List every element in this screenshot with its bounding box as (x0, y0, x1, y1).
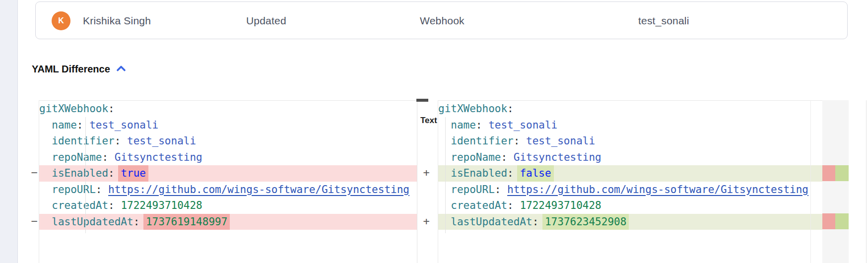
yaml-key: identifier (438, 135, 514, 147)
yaml-line: repoName: Gitsynctesting (39, 149, 417, 166)
editor-content-border (810, 100, 811, 263)
splitter-handle[interactable] (416, 99, 428, 102)
avatar: K (52, 11, 70, 30)
yaml-value: test_sonali (89, 119, 158, 131)
yaml-value: test_sonali (526, 135, 595, 147)
removed-line-marker: − (29, 213, 40, 230)
yaml-key: lastUpdatedAt (438, 216, 533, 228)
collapse-toggle-button[interactable] (115, 64, 127, 74)
yaml-line: repoName: Gitsynctesting (438, 149, 822, 166)
yaml-key: gitXWebhook (438, 103, 507, 115)
yaml-diff-editor: − − gitXWebhook: name: test_sonali ident… (0, 100, 868, 263)
editor-right-border (866, 100, 867, 263)
overview-added-mark (835, 165, 849, 181)
added-line-marker: + (421, 165, 432, 181)
section-title: YAML Difference (32, 64, 110, 75)
audit-user-name: Krishika Singh (83, 2, 151, 40)
audit-resource-type: Webhook (420, 2, 465, 40)
yaml-key: createdAt (39, 199, 108, 211)
diff-pane-modified[interactable]: gitXWebhook: name: test_sonali identifie… (438, 100, 822, 263)
yaml-key: repoName (438, 151, 501, 163)
yaml-key: repoName (39, 151, 102, 163)
yaml-difference-header: YAML Difference (32, 64, 127, 75)
overview-removed-mark (822, 165, 835, 181)
yaml-line-added: lastUpdatedAt: 1737623452908 (438, 214, 822, 230)
yaml-key: identifier (39, 135, 115, 147)
yaml-value-changed: 1737619148997 (143, 214, 230, 230)
avatar-initial: K (58, 16, 64, 25)
audit-action: Updated (246, 2, 286, 40)
yaml-value: test_sonali (127, 135, 196, 147)
yaml-value-changed: true (118, 165, 148, 182)
yaml-value-changed: false (517, 165, 553, 182)
diff-pane-original[interactable]: gitXWebhook: name: test_sonali identifie… (39, 100, 417, 263)
yaml-value: test_sonali (488, 119, 557, 131)
yaml-line: identifier: test_sonali (438, 133, 822, 149)
yaml-key: name (438, 119, 476, 131)
yaml-line: name: test_sonali (39, 117, 417, 133)
yaml-line: repoURL: https://github.com/wings-softwa… (39, 182, 417, 198)
yaml-line: gitXWebhook: (438, 101, 822, 117)
yaml-line: repoURL: https://github.com/wings-softwa… (438, 182, 822, 198)
diff-splitter[interactable] (417, 100, 417, 263)
yaml-value-changed: 1737623452908 (542, 214, 629, 230)
yaml-key: isEnabled (438, 167, 507, 179)
added-line-marker: + (421, 213, 432, 230)
chevron-up-icon (116, 65, 126, 73)
yaml-key: isEnabled (39, 167, 108, 179)
audit-row[interactable]: K Krishika Singh Updated Webhook test_so… (35, 1, 848, 39)
overview-added-mark (835, 213, 849, 229)
overview-removed-mark (822, 213, 835, 229)
yaml-key: lastUpdatedAt (39, 216, 134, 228)
indent-guide (445, 117, 446, 233)
removed-line-marker: − (29, 165, 40, 181)
yaml-line: gitXWebhook: (39, 101, 417, 117)
yaml-value: Gitsynctesting (514, 151, 601, 163)
yaml-key: gitXWebhook (39, 103, 108, 115)
yaml-line-removed: isEnabled: true (39, 165, 417, 182)
yaml-value: 1722493710428 (520, 199, 601, 211)
yaml-line: createdAt: 1722493710428 (438, 197, 822, 214)
indent-guide (85, 117, 86, 233)
diff-overview-ruler[interactable] (822, 100, 849, 263)
repo-url-link[interactable]: https://github.com/wings-software/Gitsyn… (507, 184, 808, 196)
diff-mode-label: Text (420, 116, 437, 126)
repo-url-link[interactable]: https://github.com/wings-software/Gitsyn… (108, 184, 409, 196)
yaml-key: repoURL (438, 184, 495, 196)
audit-resource-name: test_sonali (638, 2, 689, 40)
yaml-line: createdAt: 1722493710428 (39, 197, 417, 214)
yaml-line-added: isEnabled: false (438, 165, 822, 182)
yaml-key: name (39, 119, 77, 131)
yaml-value: Gitsynctesting (115, 151, 202, 163)
yaml-value: 1722493710428 (121, 199, 202, 211)
yaml-line-removed: lastUpdatedAt: 1737619148997 (39, 214, 417, 230)
yaml-key: repoURL (39, 184, 96, 196)
yaml-line: name: test_sonali (438, 117, 822, 133)
yaml-key: createdAt (438, 199, 507, 211)
yaml-line: identifier: test_sonali (39, 133, 417, 149)
